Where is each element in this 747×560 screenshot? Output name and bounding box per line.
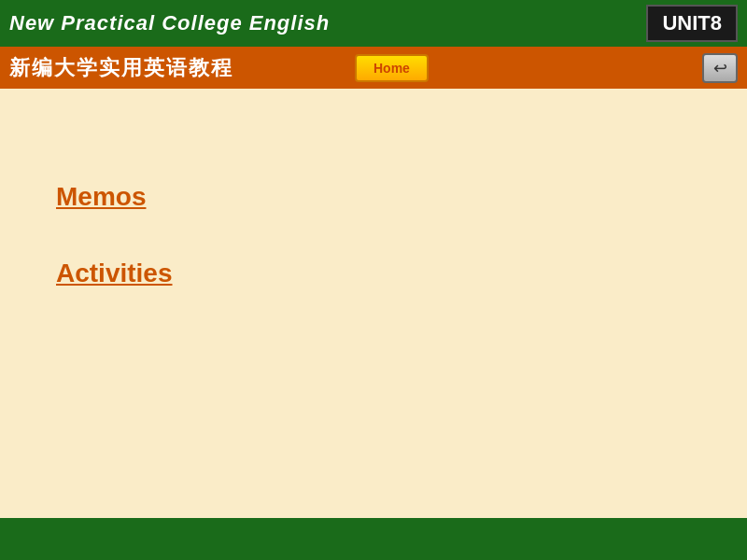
title-chinese: 新编大学实用英语教程 xyxy=(9,54,233,82)
footer xyxy=(0,518,747,560)
title-english: New Practical College English xyxy=(9,11,330,35)
back-button[interactable]: ↩ xyxy=(702,53,738,83)
memos-link[interactable]: Memos xyxy=(56,182,691,212)
unit-badge: UNIT8 xyxy=(646,5,738,42)
back-icon: ↩ xyxy=(713,58,727,78)
activities-link[interactable]: Activities xyxy=(56,259,691,288)
main-content: Memos Activities xyxy=(0,89,747,518)
home-button[interactable]: Home xyxy=(355,54,429,82)
header-top: New Practical College English UNIT8 xyxy=(0,0,747,47)
header-bottom: 新编大学实用英语教程 Home ↩ xyxy=(0,47,747,89)
header: New Practical College English UNIT8 新编大学… xyxy=(0,0,747,89)
